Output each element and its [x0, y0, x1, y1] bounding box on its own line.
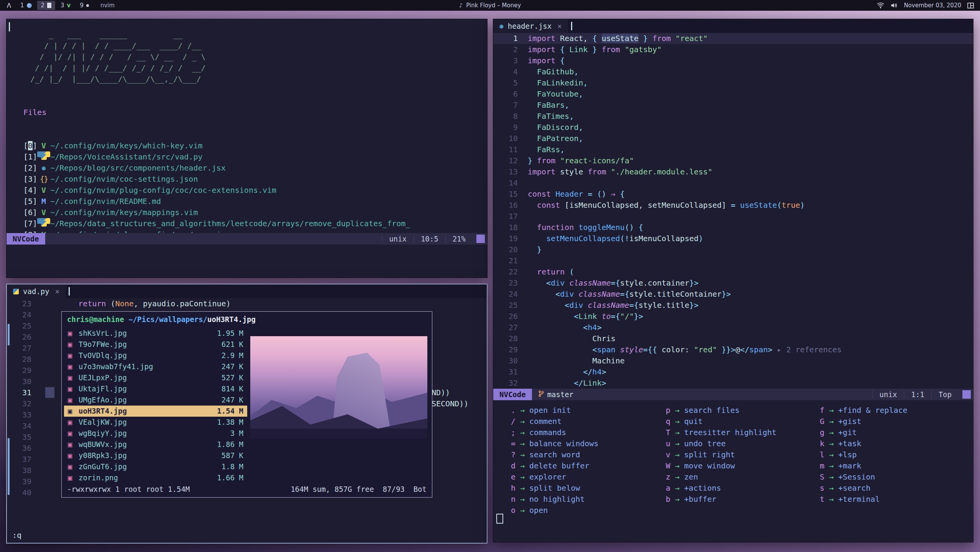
code-line[interactable]: 2import { Link } from "gatsby": [493, 44, 973, 55]
ranger-file[interactable]: ▣T9o7FWe.jpg621 K: [64, 339, 247, 350]
code-line[interactable]: 10 FaPatreon,: [493, 133, 973, 144]
code-line[interactable]: 17: [493, 211, 973, 222]
token: [528, 223, 537, 232]
code-line[interactable]: 13import style from "./header.module.les…: [493, 166, 973, 177]
code-text: FaLinkedin,: [528, 77, 973, 89]
wifi-icon[interactable]: [877, 2, 884, 8]
ranger-file[interactable]: ▣wqBUWVx.jpg1.86 M: [64, 439, 247, 450]
launcher-icon[interactable]: Λ: [4, 2, 14, 9]
code-line[interactable]: 31 </h4>: [493, 366, 973, 378]
music-module[interactable]: ♪ Pink Floyd – Money: [459, 2, 521, 9]
key-label: v: [662, 449, 670, 460]
ranger-file[interactable]: ▣wgBqiyY.jpg3 M: [64, 428, 247, 439]
key-group-description: +mark: [838, 460, 861, 472]
workspace-9[interactable]: 9: [76, 1, 93, 10]
ranger-file[interactable]: ▣shKsVrL.jpg1.95 M: [64, 328, 247, 339]
code-line[interactable]: 23 return (None, pyaudio.paContinue): [7, 298, 487, 309]
code-line[interactable]: 12} from "react-icons/fa": [493, 155, 973, 166]
key-label: o: [507, 505, 515, 516]
code-line[interactable]: 20 }: [493, 244, 973, 255]
ranger-file[interactable]: ▣UEJLpxP.jpg527 K: [64, 372, 247, 383]
code-line[interactable]: 5 FaLinkedin,: [493, 77, 973, 89]
code-line[interactable]: 22 return (: [493, 266, 973, 278]
image-file-icon: ▣: [68, 406, 79, 417]
ranger-file[interactable]: ▣zGnGuT6.jpg1.8 M: [64, 461, 247, 472]
code-line[interactable]: 28 Chris: [493, 333, 973, 344]
code-line[interactable]: 3import {: [493, 55, 973, 66]
code-line[interactable]: 8 FaTimes,: [493, 111, 973, 122]
token: [528, 134, 537, 143]
token: }: [528, 245, 542, 254]
ranger-file[interactable]: ▣TvOVDlq.jpg2.9 M: [64, 350, 247, 361]
arrow-icon: →: [675, 472, 680, 483]
tab-label: vad.py: [23, 287, 49, 296]
token: from: [602, 45, 625, 54]
topbar-left: Λ 123v9 nvim: [4, 1, 115, 10]
markdown-icon: M: [37, 196, 50, 207]
workspace-2[interactable]: 2: [37, 1, 56, 10]
code-line[interactable]: 14: [493, 177, 973, 189]
code-line[interactable]: 19 setMenuCollapsed(!isMenuCollapsed): [493, 233, 973, 244]
code-line[interactable]: 9 FaDiscord,: [493, 122, 973, 133]
tab-close-icon[interactable]: ×: [55, 287, 59, 296]
code-line[interactable]: 7 FaBars,: [493, 100, 973, 111]
code-line[interactable]: 15const Header = () ⇒ {: [493, 189, 973, 200]
code-line[interactable]: 30 Machine: [493, 355, 973, 366]
volume-icon[interactable]: [890, 2, 898, 8]
tab-header-jsx[interactable]: ⊛ header.jsx ×: [493, 19, 568, 33]
key-label: e: [507, 472, 515, 483]
code-line[interactable]: 24 <div className={style.titleContainer}…: [493, 289, 973, 300]
code-text: <span style={{ color: "red" }}>@</span> …: [528, 344, 973, 355]
recent-file-item[interactable]: [1]~/Repos/VoiceAssistant/src/vad.py: [23, 151, 487, 163]
code-text: import style from "./header.module.less": [528, 166, 973, 177]
token: ,: [565, 100, 569, 110]
ranger-file-selected[interactable]: ▣uoH3RT4.jpg1.54 M: [64, 406, 247, 417]
recent-file-item[interactable]: [4]V~/.config/nvim/plug-config/coc/coc-e…: [23, 185, 487, 196]
workspace-3[interactable]: 3v: [57, 1, 74, 10]
token: =: [731, 200, 740, 210]
key-label: ?: [507, 449, 515, 460]
recent-file-item[interactable]: [5]M~/.config/nvim/README.md: [23, 196, 487, 207]
layout-icon[interactable]: [967, 3, 974, 8]
code-line[interactable]: 21: [493, 255, 973, 266]
code-line[interactable]: 4 FaGithub,: [493, 66, 973, 77]
code-line[interactable]: 23 <div className={style.container}>: [493, 278, 973, 289]
workspace-1[interactable]: 1: [16, 1, 36, 10]
code-line[interactable]: 32 </Link>: [493, 378, 973, 389]
ranger-file[interactable]: ▣UMgEfAo.jpg247 K: [64, 394, 247, 406]
code-line[interactable]: 25 <div className={style.title}>: [493, 300, 973, 311]
code-line[interactable]: 16 const [isMenuCollapsed, setMenuCollap…: [493, 200, 973, 211]
code-line[interactable]: 11 FaRss,: [493, 144, 973, 155]
tab-vad-py[interactable]: vad.py ×: [7, 284, 66, 298]
file-path: ~/Repos/VoiceAssistant/src/vad.py: [50, 151, 202, 163]
file-size: 247 K: [222, 361, 243, 372]
code-line[interactable]: 18 function toggleMenu() {: [493, 222, 973, 233]
token: }}>: [717, 345, 735, 354]
recent-file-item[interactable]: [0]V~/.config/nvim/keys/which-key.vim: [23, 140, 487, 151]
ranger-file[interactable]: ▣VEaljKW.jpg1.38 M: [64, 417, 247, 428]
ranger-file[interactable]: ▣UktajFl.jpg814 K: [64, 383, 247, 394]
recent-file-item[interactable]: [2]⊛~/Repos/blog/src/components/header.j…: [23, 163, 487, 174]
image-file-icon: ▣: [68, 472, 79, 483]
ranger-file[interactable]: ▣u7o3nwab7fy41.jpg247 K: [64, 361, 247, 372]
code-line[interactable]: 6 FaYoutube,: [493, 89, 973, 100]
line-number: 13: [493, 166, 518, 177]
token: style.title: [639, 301, 689, 310]
ranger-file[interactable]: ▣zorin.png1.66 M: [64, 472, 247, 483]
recent-file-item[interactable]: [7]~/Repos/data_structures_and_algorithm…: [23, 218, 487, 229]
token: }>: [634, 312, 643, 321]
token: function: [537, 223, 574, 232]
preview-valley: [250, 429, 427, 439]
code-line[interactable]: 26 <Link to={"/"}>: [493, 311, 973, 322]
buffer-header-jsx[interactable]: 1import React, { useState } from "react"…: [493, 33, 973, 389]
code-line[interactable]: 27 <h4>: [493, 322, 973, 333]
recent-file-item[interactable]: [6]V~/.config/nvim/keys/mappings.vim: [23, 207, 487, 218]
file-path: ~/.config/nvim/README.md: [50, 196, 161, 207]
code-line[interactable]: 1import React, { useState } from "react": [493, 33, 973, 44]
ranger-file[interactable]: ▣y08Rpk3.jpg587 K: [64, 450, 247, 461]
tab-close-icon[interactable]: ×: [557, 22, 561, 30]
line-number: 16: [493, 200, 518, 211]
recent-file-item[interactable]: [3]{}~/.config/nvim/coc-settings.json: [23, 174, 487, 185]
code-line[interactable]: 29 <span style={{ color: "red" }}>@</spa…: [493, 344, 973, 355]
key-label: m: [816, 460, 824, 472]
